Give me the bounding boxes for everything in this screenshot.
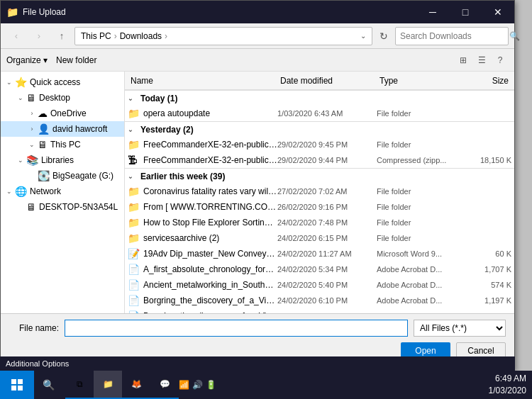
group-expand-icon: ⌄ bbox=[128, 95, 139, 102]
pdf-icon: 📄 bbox=[128, 295, 140, 306]
address-dropdown-icon[interactable]: ⌄ bbox=[360, 32, 366, 40]
file-row[interactable]: 📁 From [ WWW.TORRENTING.COM ] - DMT... 2… bbox=[125, 199, 514, 215]
forward-button[interactable]: › bbox=[29, 26, 49, 46]
titlebar-controls: ─ □ ✕ bbox=[416, 1, 514, 23]
taskbar-date-display: 1/03/2020 bbox=[489, 385, 526, 397]
folder-icon: 📁 bbox=[128, 217, 140, 228]
expand-icon: ⌄ bbox=[15, 94, 26, 101]
file-list: Name Date modified Type Size ⌄ Today (1)… bbox=[125, 72, 514, 313]
additional-options-bar: Additional Options bbox=[0, 356, 515, 371]
taskbar-skype[interactable]: 💬 bbox=[150, 371, 179, 399]
view-icons: ⊞ ☰ ? bbox=[455, 52, 509, 69]
svg-rect-2 bbox=[11, 386, 16, 390]
file-row[interactable]: 📁 Coronavirus fatality rates vary wildly… bbox=[125, 184, 514, 199]
taskbar-firefox[interactable]: 🦊 bbox=[122, 371, 150, 399]
expand-icon: ⌄ bbox=[4, 188, 15, 195]
folder-icon: 📁 bbox=[128, 139, 140, 150]
svg-rect-1 bbox=[18, 379, 23, 384]
sidebar-item-this-pc[interactable]: ⌄ 🖥 This PC bbox=[1, 137, 124, 152]
sidebar-item-network[interactable]: ⌄ 🌐 Network bbox=[1, 184, 124, 199]
taskbar-search-button[interactable]: 🔍 bbox=[34, 371, 62, 399]
file-row[interactable]: 📁 servicesaarchive (2) 24/02/2020 6:15 P… bbox=[125, 230, 514, 246]
sidebar-item-onedrive[interactable]: › ☁ OneDrive bbox=[1, 106, 124, 121]
taskbar-battery-icon: 🔋 bbox=[206, 380, 216, 390]
start-button[interactable] bbox=[0, 371, 34, 399]
group-yesterday[interactable]: ⌄ Yesterday (2) bbox=[125, 121, 514, 137]
taskbar-sound-icon: 🔊 bbox=[192, 380, 203, 390]
refresh-button[interactable]: ↻ bbox=[375, 28, 392, 45]
address-this-pc: This PC bbox=[81, 31, 111, 41]
filetype-select[interactable]: All Files (*.*) Text Files (*.txt) PDF F… bbox=[414, 320, 506, 337]
help-button[interactable]: ? bbox=[492, 52, 509, 69]
search-input[interactable] bbox=[400, 31, 506, 41]
column-headers: Name Date modified Type Size bbox=[125, 72, 514, 90]
folder-icon: 📁 bbox=[128, 186, 140, 197]
sidebar-item-david-hawcroft[interactable]: › 👤 david hawcroft bbox=[1, 121, 124, 137]
sidebar-item-libraries[interactable]: ⌄ 📚 Libraries bbox=[1, 152, 124, 168]
sidebar: ⌄ ⭐ Quick access ⌄ 🖥 Desktop › ☁ OneDriv… bbox=[1, 72, 125, 313]
group-earlier[interactable]: ⌄ Earlier this week (39) bbox=[125, 168, 514, 184]
windows-logo-icon bbox=[11, 378, 23, 391]
up-button[interactable]: ↑ bbox=[52, 26, 72, 46]
file-row[interactable]: 📄 A_first_absolute_chronology_for_Late_N… bbox=[125, 262, 514, 277]
file-row[interactable]: 📄 Borgring_the_discovery_of_a_Viking_Age… bbox=[125, 293, 514, 308]
sidebar-item-desktop[interactable]: ⌄ 🖥 Desktop bbox=[1, 90, 124, 106]
col-header-name[interactable]: Name bbox=[128, 76, 277, 86]
window-icon: 📁 bbox=[6, 6, 18, 18]
taskbar: 🔍 ⧉ 📁 🦊 💬 📶 🔊 🔋 6:49 AM 1/03/2020 bbox=[0, 371, 532, 399]
col-header-size[interactable]: Size bbox=[462, 76, 511, 86]
filename-input[interactable] bbox=[65, 320, 408, 337]
search-box: 🔍 bbox=[395, 27, 509, 45]
expand-icon: ⌄ bbox=[26, 141, 38, 148]
pdf-icon: 📄 bbox=[128, 264, 140, 275]
view-details-button[interactable]: ☰ bbox=[473, 52, 490, 69]
folder-icon: 📁 bbox=[128, 108, 140, 119]
sidebar-item-quick-access[interactable]: ⌄ ⭐ Quick access bbox=[1, 74, 124, 90]
file-row[interactable]: 📁 opera autoupdate 1/03/2020 6:43 AM Fil… bbox=[125, 106, 514, 121]
sidebar-item-desktop-n3a[interactable]: 🖥 DESKTOP-5N3A54L bbox=[1, 199, 124, 215]
filename-label: File name: bbox=[9, 323, 59, 333]
additional-options-label: Additional Options bbox=[6, 359, 69, 368]
pdf-icon: 📄 bbox=[128, 279, 140, 291]
close-button[interactable]: ✕ bbox=[482, 1, 514, 23]
taskbar-task-view[interactable]: ⧉ bbox=[65, 371, 94, 399]
col-header-date[interactable]: Date modified bbox=[277, 76, 377, 86]
zip-icon: 🗜 bbox=[128, 154, 140, 166]
back-button[interactable]: ‹ bbox=[6, 26, 26, 46]
file-row[interactable]: 📄 Borgring_the_discovery_of_a_Viking_Age… bbox=[125, 308, 514, 313]
maximize-button[interactable]: □ bbox=[449, 1, 482, 23]
expand-icon: › bbox=[26, 110, 38, 117]
address-bar[interactable]: This PC › Downloads › ⌄ bbox=[74, 27, 372, 45]
file-row[interactable]: 🗜 FreeCommanderXE-32-en-public_setup.z..… bbox=[125, 152, 514, 168]
minimize-button[interactable]: ─ bbox=[416, 1, 449, 23]
taskbar-system-tray: 📶 🔊 🔋 bbox=[179, 380, 216, 390]
organize-button[interactable]: Organize ▾ bbox=[6, 55, 48, 65]
taskbar-clock[interactable]: 6:49 AM 1/03/2020 bbox=[489, 373, 526, 397]
taskbar-file-explorer[interactable]: 📁 bbox=[94, 371, 122, 399]
group-expand-icon: ⌄ bbox=[128, 126, 139, 133]
svg-rect-0 bbox=[11, 379, 16, 384]
navigation-toolbar: ‹ › ↑ This PC › Downloads › ⌄ ↻ 🔍 bbox=[1, 23, 514, 49]
col-header-type[interactable]: Type bbox=[377, 76, 462, 86]
expand-icon: › bbox=[26, 125, 38, 133]
taskbar-network-icon: 📶 bbox=[179, 380, 189, 390]
taskbar-time-display: 6:49 AM bbox=[489, 373, 526, 385]
file-row[interactable]: 📝 19Adv Dip_master_New Conveyancing2... … bbox=[125, 246, 514, 262]
address-downloads: Downloads bbox=[120, 31, 162, 41]
organize-bar: Organize ▾ New folder ⊞ ☰ ? bbox=[1, 49, 514, 72]
titlebar: 📁 File Upload ─ □ ✕ bbox=[1, 1, 514, 23]
word-icon: 📝 bbox=[128, 248, 140, 259]
file-row[interactable]: 📁 FreeCommanderXE-32-en-public_setup 29/… bbox=[125, 137, 514, 152]
group-today[interactable]: ⌄ Today (1) bbox=[125, 90, 514, 106]
taskbar-running-apps: ⧉ 📁 🦊 💬 bbox=[65, 371, 179, 399]
svg-rect-3 bbox=[18, 386, 23, 390]
search-icon: 🔍 bbox=[509, 31, 520, 41]
file-row[interactable]: 📄 Ancient_metalworking_in_South_Americ..… bbox=[125, 277, 514, 293]
new-folder-button[interactable]: New folder bbox=[56, 55, 96, 65]
sidebar-item-bigseagate[interactable]: 💽 BigSeagate (G:) bbox=[1, 168, 124, 184]
filename-row: File name: All Files (*.*) Text Files (*… bbox=[9, 320, 506, 337]
view-list-button[interactable]: ⊞ bbox=[455, 52, 472, 69]
group-expand-icon: ⌄ bbox=[128, 173, 139, 180]
file-row[interactable]: 📁 How to Stop File Explorer Sorting by W… bbox=[125, 215, 514, 230]
window-title: File Upload bbox=[23, 7, 416, 17]
